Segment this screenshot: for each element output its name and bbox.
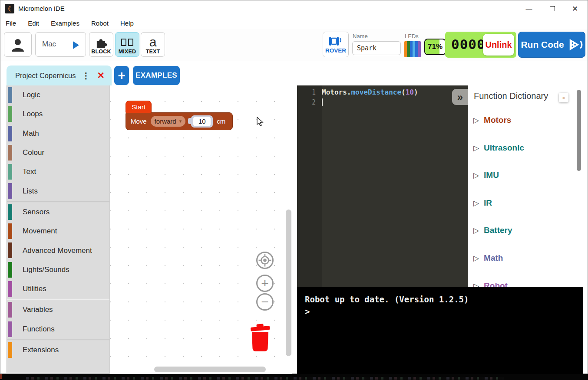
canvas-vertical-scrollbar[interactable] [286, 210, 291, 356]
user-icon [10, 37, 26, 52]
dict-item-battery[interactable]: ▷Battery [468, 224, 568, 236]
examples-button[interactable]: EXAMPLES [133, 66, 180, 85]
category-label: Lists [23, 187, 38, 196]
toolbox-category-advanced-movement[interactable]: Advanced Movement [7, 241, 109, 260]
category-color-strip [8, 126, 12, 141]
block-canvas[interactable]: Start Move forward ▾ 10 cm + − [109, 85, 292, 374]
menu-edit[interactable]: Edit [28, 20, 39, 27]
category-label: Text [23, 167, 36, 176]
toolbox-category-sensors[interactable]: Sensors [7, 203, 109, 222]
battery-indicator: 71% [424, 39, 446, 55]
zoom-out-button[interactable]: − [256, 293, 274, 311]
mode-block-button[interactable]: BLOCK [89, 32, 113, 57]
menu-bar: File Edit Examples Robot Help [0, 17, 588, 29]
toolbox-category-text[interactable]: Text [7, 162, 109, 181]
robot-name-input[interactable]: Spark [352, 41, 401, 55]
dict-item-label: Battery [484, 226, 512, 235]
category-label: Variables [23, 305, 53, 314]
expand-triangle-icon: ▷ [473, 226, 479, 235]
category-color-strip [8, 164, 12, 180]
toolbox-category-extensions[interactable]: Extensions [7, 341, 109, 360]
zoom-in-button[interactable]: + [256, 275, 274, 292]
dict-item-imu[interactable]: ▷IMU [468, 169, 568, 181]
dictionary-scrollbar[interactable] [577, 90, 581, 171]
plus-icon: + [261, 276, 269, 291]
toolbox-category-lights-sounds[interactable]: Lights/Sounds [7, 260, 109, 279]
tab-close-icon[interactable]: ✕ [97, 70, 105, 81]
user-account-button[interactable] [4, 32, 32, 57]
maximize-button[interactable] [542, 0, 562, 17]
distance-input[interactable]: 10 [193, 117, 211, 126]
toolbox-category-loops[interactable]: Loops [7, 105, 109, 124]
toolbox-category-variables[interactable]: Variables [7, 300, 109, 319]
mode-mixed-label: MIXED [119, 49, 136, 55]
canvas-horizontal-scrollbar[interactable] [154, 367, 266, 372]
strip-speck [0, 374, 2, 379]
melon-app-icon [5, 4, 14, 13]
start-block[interactable]: Start [126, 101, 152, 113]
connection-target-dropdown[interactable]: Mac [35, 32, 86, 57]
name-field-label: Name [353, 33, 368, 39]
dict-item-ultrasonic[interactable]: ▷Ultrasonic [468, 142, 568, 154]
unlink-button[interactable]: Unlink [483, 34, 514, 56]
connection-panel: 0000 Unlink [445, 32, 516, 58]
dictionary-collapse-button[interactable]: - [559, 93, 568, 102]
menu-file[interactable]: File [6, 20, 16, 27]
move-block[interactable]: Move forward ▾ 10 cm [126, 112, 233, 130]
double-chevron-icon: » [457, 91, 463, 103]
toolbar: Mac BLOCK MIXED a TEXT [0, 29, 588, 61]
text-caret [322, 98, 323, 106]
dict-item-motors[interactable]: ▷Motors [468, 114, 568, 126]
toolbox-category-math[interactable]: Math [7, 124, 109, 143]
led-stripe [418, 41, 421, 57]
toolbox-category-functions[interactable]: Functions [7, 320, 109, 339]
toolbox-category-utilities[interactable]: Utilities [7, 279, 109, 298]
dropdown-arrow-icon: ▾ [179, 118, 182, 124]
tab-menu-icon[interactable]: ⋮ [82, 71, 90, 81]
toolbox-category-logic[interactable]: Logic [7, 85, 109, 105]
rover-button[interactable]: ROVER [323, 32, 349, 57]
trash-icon [248, 322, 272, 354]
recenter-button[interactable] [256, 252, 274, 269]
category-color-strip [8, 242, 12, 258]
menu-help[interactable]: Help [120, 20, 134, 27]
category-label: Movement [23, 227, 57, 236]
trash-button[interactable] [248, 322, 272, 355]
close-icon: ✕ [572, 4, 578, 13]
category-color-strip [8, 281, 12, 297]
category-color-strip [8, 302, 12, 318]
unit-label: cm [217, 118, 225, 125]
line-number: 2 [297, 98, 322, 106]
run-code-button[interactable]: Run Code [518, 32, 585, 58]
title-bar: Micromelon IDE — ✕ [0, 0, 588, 17]
dict-item-label: Ultrasonic [484, 143, 524, 153]
menu-examples[interactable]: Examples [51, 20, 79, 27]
add-tab-button[interactable]: + [114, 66, 129, 85]
direction-dropdown[interactable]: forward ▾ [151, 116, 186, 127]
mode-mixed-button[interactable]: MIXED [115, 32, 139, 57]
toolbox-category-lists[interactable]: Lists [7, 181, 109, 200]
mode-text-button[interactable]: a TEXT [141, 32, 165, 57]
minimize-button[interactable]: — [519, 0, 539, 17]
letter-a-icon: a [149, 36, 157, 48]
target-icon [258, 252, 272, 269]
tab-project-copernicus[interactable]: Project Copernicus ⋮ ✕ [7, 66, 112, 85]
category-label: Extensions [23, 346, 59, 354]
category-color-strip [8, 223, 12, 239]
category-color-strip [8, 87, 12, 103]
minimize-icon: — [526, 5, 532, 13]
toolbox-category-movement[interactable]: Movement [7, 222, 109, 241]
background-window-strip [0, 374, 588, 380]
toolbox-category-colour[interactable]: Colour [7, 143, 109, 162]
close-button[interactable]: ✕ [565, 0, 585, 17]
dict-item-ir[interactable]: ▷IR [468, 197, 568, 209]
dict-item-math[interactable]: ▷Math [468, 252, 568, 264]
category-color-strip [8, 106, 12, 122]
expand-triangle-icon: ▷ [473, 144, 479, 153]
robot-name-value: Spark [357, 44, 377, 52]
dictionary-expand-button[interactable]: » [452, 89, 468, 105]
robot-console[interactable]: Robot up to date. (Version 1.2.5) > [297, 287, 583, 374]
menu-robot[interactable]: Robot [91, 20, 109, 27]
window-title: Micromelon IDE [18, 5, 65, 12]
led-colors-swatch[interactable] [404, 41, 421, 57]
